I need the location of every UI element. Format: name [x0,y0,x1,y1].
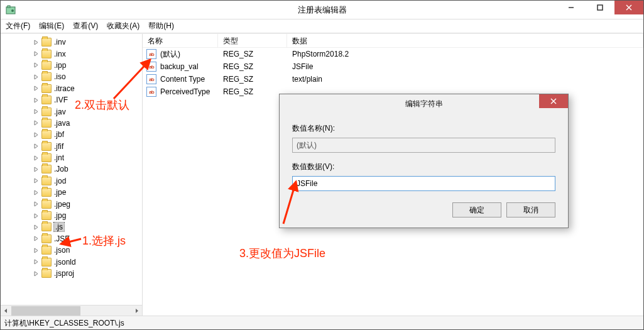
tree-item[interactable]: .jav [1,106,142,117]
tree-item[interactable]: .IVF [1,94,142,106]
horizontal-scrollbar[interactable] [1,305,142,316]
row-name: (默认) [160,49,180,60]
menu-favorites[interactable]: 收藏夹(A) [107,21,139,31]
expand-icon[interactable] [33,224,39,230]
expand-icon[interactable] [33,143,39,149]
tree-item-label: .jod [54,177,66,185]
folder-icon [41,119,52,128]
folder-icon [41,130,52,139]
expand-icon[interactable] [33,85,39,91]
folder-icon [41,258,52,267]
svg-marker-7 [35,40,38,45]
svg-marker-18 [35,167,38,172]
window-controls [557,1,643,14]
maximize-button[interactable] [586,1,614,14]
tree-item-label: .iso [54,72,66,81]
svg-rect-4 [598,5,603,10]
scrollbar-thumb[interactable] [11,306,80,316]
cancel-button[interactable]: 取消 [506,202,555,217]
expand-icon[interactable] [33,236,39,241]
row-data: text/plain [287,75,643,84]
expand-icon[interactable] [33,120,39,126]
tree-item[interactable]: .jfif [1,141,142,152]
expand-icon[interactable] [33,74,39,80]
row-name: PerceivedType [160,87,210,96]
expand-icon[interactable] [33,259,39,265]
dialog-title-text: 编辑字符串 [405,99,443,109]
tree-item-label: .jpg [54,211,66,220]
svg-marker-17 [35,156,38,160]
tree-item-label: .java [54,119,70,128]
tree-item[interactable]: .jsonld [1,256,142,267]
col-header-type[interactable]: 类型 [218,34,287,47]
tree-item[interactable]: .JSE [1,233,142,245]
tree-item[interactable]: .itrace [1,83,142,94]
tree-item-label: .Job [54,165,68,173]
folder-icon [41,188,52,197]
folder-icon [41,84,52,93]
scroll-right-button[interactable] [131,305,142,316]
expand-icon[interactable] [33,190,39,195]
svg-marker-23 [35,225,38,229]
tree-item-label: .jav [54,107,66,116]
expand-icon[interactable] [33,271,39,277]
tree-item[interactable]: .Job [1,163,142,175]
svg-marker-29 [136,309,138,313]
dialog-titlebar: 编辑字符串 [280,94,568,113]
menu-edit[interactable]: 编辑(E) [39,21,64,31]
expand-icon[interactable] [33,213,39,219]
menu-view[interactable]: 查看(V) [73,21,98,31]
folder-icon [41,107,52,116]
list-row[interactable]: abContent TypeREG_SZtext/plain [143,73,643,85]
expand-icon[interactable] [33,97,39,103]
expand-icon[interactable] [33,201,39,207]
value-name-label: 数值名称(N): [292,123,555,134]
menu-help[interactable]: 帮助(H) [148,21,174,31]
ok-button[interactable]: 确定 [452,202,501,217]
svg-marker-22 [35,214,38,218]
tree-item[interactable]: .jbf [1,129,142,140]
expand-icon[interactable] [33,132,39,138]
expand-icon[interactable] [33,155,39,161]
expand-icon[interactable] [33,40,39,45]
tree-item[interactable]: .jsproj [1,268,142,279]
tree-item[interactable]: .jpeg [1,198,142,209]
tree-item[interactable]: .inv [1,36,142,48]
folder-icon [41,50,52,58]
tree-item[interactable]: .jpe [1,187,142,198]
tree-item[interactable]: .ipp [1,60,142,71]
expand-icon[interactable] [33,62,39,68]
tree-item[interactable]: .iso [1,71,142,82]
list-row[interactable]: abbackup_valREG_SZJSFile [143,60,643,73]
col-header-data[interactable]: 数据 [287,34,643,47]
tree-item[interactable]: .jod [1,175,142,187]
svg-marker-26 [35,260,38,264]
tree-item[interactable]: .jpg [1,210,142,221]
tree-item[interactable]: .java [1,118,142,129]
col-header-name[interactable]: 名称 [143,34,218,47]
folder-icon [41,165,52,173]
tree-item-label: .jsproj [54,269,74,278]
scroll-left-button[interactable] [1,305,11,316]
svg-marker-10 [35,75,38,79]
minimize-button[interactable] [557,1,586,14]
tree-item[interactable]: .json [1,245,142,256]
list-row[interactable]: ab(默认)REG_SZPhpStorm2018.2 [143,48,643,60]
folder-icon [41,72,52,81]
expand-icon[interactable] [33,109,39,114]
expand-icon[interactable] [33,248,39,253]
dialog-close-button[interactable] [539,94,568,108]
expand-icon[interactable] [33,167,39,172]
value-data-input[interactable] [292,176,555,191]
menu-file[interactable]: 文件(F) [6,21,30,31]
row-type: REG_SZ [218,62,287,71]
expand-icon[interactable] [33,178,39,184]
expand-icon[interactable] [33,51,39,57]
value-data-label: 数值数据(V): [292,162,555,172]
tree-item[interactable]: .inx [1,48,142,59]
row-type: REG_SZ [218,50,287,58]
close-button[interactable] [614,1,643,14]
folder-icon [41,246,52,255]
tree-item[interactable]: .js [1,221,142,233]
tree-item[interactable]: .jnt [1,152,142,163]
